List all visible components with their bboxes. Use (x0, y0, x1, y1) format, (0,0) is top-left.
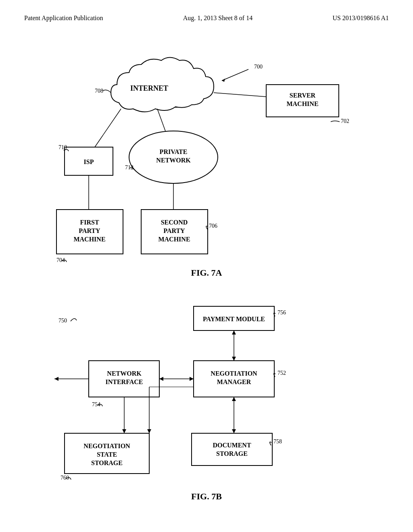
label-756: 756 (277, 310, 286, 316)
svg-text:FIRST: FIRST (80, 219, 99, 226)
label-750: 750 (58, 318, 67, 324)
document-storage-box (192, 433, 272, 466)
page-header: Patent Application Publication Aug. 1, 2… (0, 0, 413, 22)
svg-text:NEGOTIATION: NEGOTIATION (211, 370, 257, 377)
svg-text:MACHINE: MACHINE (73, 236, 105, 243)
svg-marker-38 (122, 429, 126, 433)
header-left: Patent Application Publication (24, 15, 103, 22)
label-706: 706 (209, 223, 217, 229)
label-708: 708 (95, 88, 103, 94)
svg-text:SECOND: SECOND (161, 219, 188, 226)
svg-line-5 (214, 93, 266, 97)
fig7a-diagram: INTERNET 708 700 SERVER MACHINE 702 ISP … (24, 52, 389, 278)
svg-marker-30 (159, 377, 163, 381)
svg-line-10 (157, 109, 165, 131)
fig7b-label: FIG. 7B (191, 491, 222, 502)
svg-text:SERVER: SERVER (290, 92, 316, 99)
internet-cloud: INTERNET (111, 58, 214, 112)
header-right: US 2013/0198616 A1 (332, 15, 389, 22)
svg-text:PAYMENT MODULE: PAYMENT MODULE (203, 316, 265, 322)
header-center: Aug. 1, 2013 Sheet 8 of 14 (183, 15, 252, 22)
label-702: 702 (341, 118, 349, 124)
svg-text:PRIVATE: PRIVATE (160, 148, 188, 155)
svg-text:STATE: STATE (97, 451, 117, 458)
svg-text:MACHINE: MACHINE (158, 236, 190, 243)
svg-text:DOCUMENT: DOCUMENT (213, 442, 251, 449)
svg-text:NEGOTIATION: NEGOTIATION (83, 443, 130, 449)
svg-marker-40 (232, 397, 236, 401)
svg-text:STORAGE: STORAGE (91, 459, 123, 466)
svg-text:STORAGE: STORAGE (216, 450, 248, 457)
svg-marker-44 (147, 429, 151, 433)
svg-text:INTERFACE: INTERFACE (105, 378, 143, 385)
svg-marker-31 (190, 377, 194, 381)
fig7a-label: FIG. 7A (191, 268, 222, 278)
svg-text:PARTY: PARTY (79, 227, 100, 234)
label-752: 752 (277, 370, 286, 376)
svg-marker-28 (54, 377, 58, 381)
svg-text:ISP: ISP (84, 158, 94, 165)
svg-marker-41 (232, 429, 236, 433)
svg-text:NETWORK: NETWORK (156, 157, 191, 164)
svg-text:NETWORK: NETWORK (107, 370, 142, 377)
fig7b-diagram: 750 PAYMENT MODULE 756 NEGOTIATION MANAG… (24, 294, 389, 504)
label-758: 758 (273, 438, 282, 445)
svg-marker-24 (232, 357, 236, 361)
label-700: 700 (254, 64, 263, 70)
svg-line-1 (222, 69, 248, 81)
svg-text:INTERNET: INTERNET (130, 84, 168, 92)
svg-line-9 (95, 109, 121, 147)
svg-marker-23 (232, 330, 236, 335)
svg-text:PARTY: PARTY (163, 227, 185, 234)
svg-text:MACHINE: MACHINE (286, 100, 318, 107)
svg-text:MANAGER: MANAGER (217, 378, 251, 385)
